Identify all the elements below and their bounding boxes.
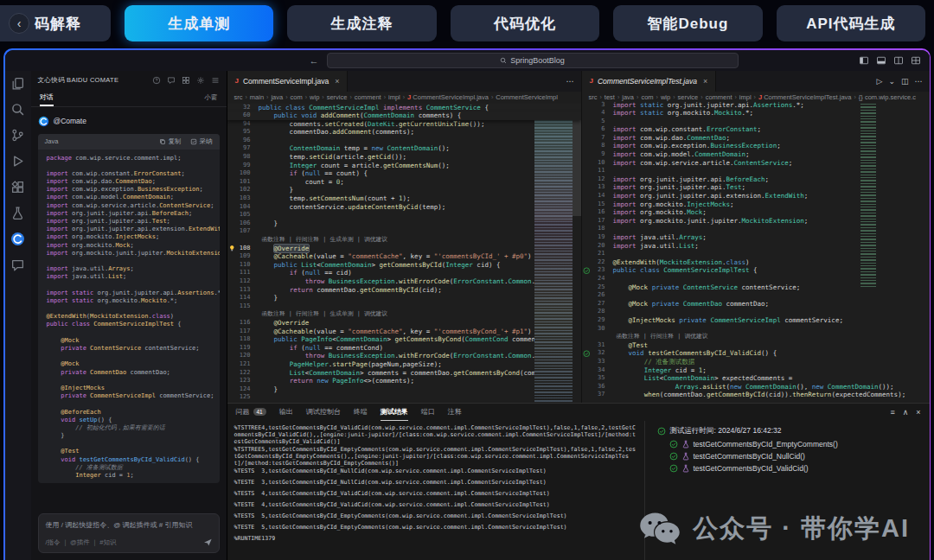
breadcrumb-item[interactable]: java xyxy=(271,93,283,101)
log-line: %TSTTREE5,testGetCommentsByCId_EmptyComm… xyxy=(234,446,637,467)
run-dropdown-icon[interactable]: ⌄ xyxy=(888,77,895,86)
comate-icon[interactable] xyxy=(10,232,25,246)
code-line: 114 } xyxy=(227,294,581,302)
log-line: %TESTE 3,testGetCommentsByCId_NullCid(co… xyxy=(234,479,637,486)
test-result-item[interactable]: testGetCommentsByCId_ValidCid() xyxy=(669,464,930,473)
settings-icon[interactable] xyxy=(196,76,205,85)
breadcrumb-item[interactable]: src xyxy=(234,93,243,101)
codelens-actions[interactable]: 函数注释 | 行间注释 | 调优建议 xyxy=(582,333,930,341)
code-line: 108 @Override xyxy=(227,245,581,253)
topbar-tab-1[interactable]: 生成单测 xyxy=(125,5,273,41)
chat-code-line xyxy=(47,440,220,448)
breadcrumb-item[interactable]: service xyxy=(327,93,348,101)
more-actions-icon[interactable]: ⋯ xyxy=(566,77,574,86)
chevron-up-icon[interactable]: ∧ xyxy=(903,408,909,417)
extensions-icon[interactable] xyxy=(10,180,25,194)
tab-commentserviceimpltest[interactable]: J CommentServiceImplTest.java × xyxy=(582,71,717,92)
toggle-sidebar-icon[interactable] xyxy=(859,55,869,66)
breadcrumb-item[interactable]: CommentServiceImpl xyxy=(496,93,558,101)
code-line: 100 if (null == count) { xyxy=(227,169,581,178)
feedback-icon[interactable] xyxy=(167,76,176,85)
chat-code-line: import com.wip.exception.BusinessExcepti… xyxy=(47,186,220,194)
toggle-panel-icon[interactable] xyxy=(876,55,886,66)
check-circle-icon xyxy=(669,464,678,473)
panel-tab-5[interactable]: 端口 xyxy=(421,404,435,421)
list-icon[interactable]: ≡ xyxy=(890,408,894,417)
code-line: 98 temp.setCid(article.getCid()); xyxy=(227,153,581,162)
breadcrumb-mid[interactable]: src›main›java›com›wip›service›comment›im… xyxy=(227,92,581,104)
breadcrumb-item[interactable]: com xyxy=(291,93,303,101)
menu-icon[interactable] xyxy=(211,76,220,85)
chat-input-box[interactable]: 使用 / 调起快捷指令、@ 调起插件或 # 引用知识 /指令 ｜ @插件 ｜ #… xyxy=(38,513,220,553)
command-center-search[interactable]: SpringBootBlog xyxy=(327,53,739,68)
breadcrumb-separator: › xyxy=(403,94,405,100)
search-icon[interactable] xyxy=(10,102,25,117)
chat-code-line: @BeforeEach xyxy=(47,409,220,417)
topbar-tab-4[interactable]: 智能Debug xyxy=(613,5,762,41)
breadcrumb-item[interactable]: main xyxy=(250,93,264,101)
chat-code-line xyxy=(47,305,220,313)
minimap-mid[interactable] xyxy=(534,104,573,403)
test-result-item[interactable]: testGetCommentsByCId_NullCid() xyxy=(669,452,930,461)
panel-tab-2[interactable]: 调试控制台 xyxy=(306,404,341,421)
topbar-tab-3[interactable]: 代码优化 xyxy=(451,5,599,41)
breadcrumb-item[interactable]: impl xyxy=(388,93,400,101)
explorer-icon[interactable] xyxy=(10,76,25,91)
test-run-time: 测试运行时间: 2024/6/27 16:42:32 xyxy=(670,426,782,436)
codelens-actions[interactable]: 函数注释 | 行间注释 | 生成单测 | 调优建议 xyxy=(227,236,581,245)
breadcrumb-separator: › xyxy=(673,94,675,100)
watermark-text: 公众号 · 带你学AI xyxy=(693,512,910,546)
back-button[interactable]: ‹ xyxy=(9,13,29,34)
run-debug-icon[interactable] xyxy=(10,154,25,169)
panel-tab-1[interactable]: 输出 xyxy=(279,404,293,421)
test-result-item[interactable]: testGetCommentsByCId_EmptyComments() xyxy=(669,440,930,449)
code-line: 4import static org.mockito.Mockito.*; xyxy=(582,109,930,118)
chat-code-line: import java.util.Arrays; xyxy=(47,265,220,273)
panel-tab-6[interactable]: 注释 xyxy=(448,404,462,421)
topbar-tab-5[interactable]: API代码生成 xyxy=(777,5,925,41)
screen: ‹ 码解释生成单测生成注释代码优化智能DebugAPI代码生成 ← → Spri… xyxy=(0,0,934,560)
close-icon[interactable]: × xyxy=(916,408,920,417)
customize-layout-icon[interactable] xyxy=(911,55,921,66)
help-icon[interactable] xyxy=(152,76,161,85)
code-line: 113 return commentDao.getCommentByCId(ci… xyxy=(227,286,581,295)
breadcrumb-item[interactable]: comment xyxy=(355,93,381,101)
panel-tab-4[interactable]: 测试结果 xyxy=(381,404,408,421)
panel-tab-3[interactable]: 终端 xyxy=(354,404,368,421)
code-editor-test[interactable]: 3import static org.junit.jupiter.api.Ass… xyxy=(582,101,930,403)
editor-group-test: J CommentServiceImplTest.java × ▷⌄◫⋯ src… xyxy=(582,71,930,403)
sticky-line: 32public class CommentServiceImpl implem… xyxy=(227,104,581,112)
java-file-icon: J xyxy=(235,77,239,85)
breadcrumb-separator: › xyxy=(854,94,855,100)
breadcrumb-item[interactable]: J CommentServiceImpl.java xyxy=(407,93,489,101)
copy-icon xyxy=(159,138,166,145)
nav-back-icon[interactable]: ← xyxy=(310,55,319,66)
code-line: 12import org.junit.jupiter.api.BeforeEac… xyxy=(582,175,930,184)
tab-conversation[interactable]: 对话 xyxy=(40,89,54,106)
run-icon[interactable]: ▷ xyxy=(877,77,883,86)
close-icon[interactable]: × xyxy=(335,77,339,86)
chat-icon[interactable] xyxy=(10,258,25,272)
breadcrumb-separator: › xyxy=(285,94,287,100)
split-editor-icon[interactable]: ◫ xyxy=(901,77,909,86)
codelens-actions[interactable]: 函数注释 | 行间注释 | 生成单测 | 调优建议 xyxy=(227,310,581,319)
scrollbar-mid[interactable] xyxy=(573,104,581,216)
code-line: 24 xyxy=(582,275,930,283)
tab-commentserviceimpl[interactable]: J CommentServiceImpl.java × xyxy=(227,71,349,92)
panel-tab-0[interactable]: 问题 41 xyxy=(236,404,266,421)
copy-code-button[interactable]: 复制 xyxy=(159,137,182,146)
code-editor-impl[interactable]: 32public class CommentServiceImpl implem… xyxy=(227,104,581,403)
split-editor-icon[interactable] xyxy=(893,55,904,66)
close-icon[interactable]: × xyxy=(703,77,707,86)
small-window-link[interactable]: 小窗 xyxy=(205,93,218,102)
source-control-icon[interactable] xyxy=(10,128,25,143)
test-output-log[interactable]: %TSTTREE4,testGetCommentsByCId_ValidCid(… xyxy=(227,421,645,560)
minimap-right[interactable] xyxy=(860,104,876,287)
test-beaker-icon[interactable] xyxy=(10,206,25,220)
send-icon[interactable] xyxy=(203,538,213,547)
more-actions-icon[interactable]: ⋯ xyxy=(915,77,923,86)
topbar-tab-2[interactable]: 生成注释 xyxy=(287,5,436,41)
adopt-code-button[interactable]: 采纳 xyxy=(190,137,213,146)
breadcrumb-item[interactable]: wip xyxy=(310,93,319,101)
apps-icon[interactable] xyxy=(182,76,190,85)
